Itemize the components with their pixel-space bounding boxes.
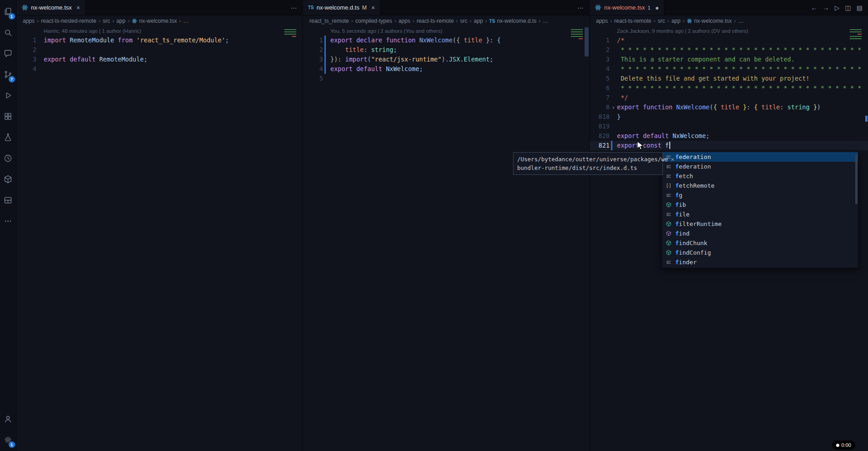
tab[interactable]: nx-welcome.tsx1● xyxy=(590,0,664,15)
code-line-4[interactable]: 4 xyxy=(16,64,303,74)
suggest-item-fib[interactable]: fib xyxy=(662,200,858,210)
breadcrumb[interactable]: apps›react-ts-remote›src›app›nx-welcome.… xyxy=(590,15,868,26)
activity-explorer[interactable]: 1 xyxy=(0,1,16,22)
close-icon[interactable]: × xyxy=(371,4,375,11)
breadcrumb[interactable]: apps›react-ts-nested-remote›src›app›nx-w… xyxy=(16,15,303,26)
breadcrumb-item[interactable]: src xyxy=(103,18,110,24)
code-editor[interactable]: Hanric, 48 minutes ago | 1 author (Hanri… xyxy=(16,26,303,451)
breadcrumb-item[interactable]: apps xyxy=(398,18,410,24)
activity-testing[interactable] xyxy=(0,127,16,148)
breadcrumb-item[interactable]: app xyxy=(671,18,680,24)
suggest-item-find[interactable]: find xyxy=(662,229,858,238)
activity-source-control[interactable]: 7 xyxy=(0,64,16,85)
scrollbar-thumb[interactable] xyxy=(585,27,589,56)
breadcrumb-item[interactable]: src xyxy=(460,18,467,24)
blame-annotation[interactable]: Zack Jackson, 9 months ago | 2 authors (… xyxy=(590,26,868,36)
blame-annotation[interactable]: Hanric, 48 minutes ago | 1 author (Hanri… xyxy=(16,26,303,36)
code-line-820[interactable]: 820export default NxWelcome; xyxy=(590,131,868,141)
breadcrumb-item[interactable]: … xyxy=(543,18,548,24)
code-line-819[interactable]: 819 xyxy=(590,122,868,131)
run-debug-icon xyxy=(3,91,13,100)
breadcrumb-item[interactable]: apps xyxy=(596,18,608,24)
activity-more-tools[interactable] xyxy=(0,210,16,231)
fold-spacer xyxy=(36,45,44,55)
code-line-818[interactable]: 818} xyxy=(590,112,868,122)
code-line-2[interactable]: 2 xyxy=(16,45,303,55)
go-forward-icon[interactable]: → xyxy=(823,4,829,11)
breadcrumb-item[interactable]: compiled-types xyxy=(355,18,392,24)
code-line-1[interactable]: 1export declare function NxWelcome({ tit… xyxy=(303,36,589,45)
suggest-item-finder[interactable]: finder xyxy=(662,257,858,267)
code-line-5[interactable]: 5 xyxy=(303,74,589,83)
fold-chevron-icon[interactable]: › xyxy=(610,102,617,112)
breadcrumb-item[interactable]: nx-welcome.tsx xyxy=(687,18,732,24)
suggest-item-fetch[interactable]: fetch xyxy=(662,171,858,181)
breadcrumb-item[interactable]: react_ts_remote xyxy=(309,18,349,24)
breadcrumb-item[interactable]: … xyxy=(738,18,744,24)
code-line-2[interactable]: 2 title: string; xyxy=(303,45,589,55)
breadcrumb-item[interactable]: app xyxy=(116,18,125,24)
more-actions-icon[interactable]: ⋯ xyxy=(577,4,584,11)
dirty-indicator-icon[interactable]: ● xyxy=(655,4,659,11)
suggest-item-findConfig[interactable]: findConfig xyxy=(662,248,858,257)
tab-label: nx-welcome.d.ts xyxy=(317,4,360,11)
breadcrumb-item[interactable]: apps xyxy=(23,18,35,24)
tab[interactable]: TSnx-welcome.d.tsM× xyxy=(303,0,380,15)
code-line-7[interactable]: 7 */ xyxy=(590,93,868,102)
code-line-821[interactable]: 821export const f xyxy=(590,141,868,150)
code-line-8[interactable]: 8›export function NxWelcome({ title }: {… xyxy=(590,102,868,112)
code-line-1[interactable]: 1import RemoteModule from 'react_ts_remo… xyxy=(16,36,303,45)
activity-account[interactable] xyxy=(0,408,16,429)
customize-layout-icon[interactable]: ▤ xyxy=(857,4,863,11)
blame-annotation[interactable]: You, 5 seconds ago | 2 authors (You and … xyxy=(303,26,589,36)
split-editor-icon[interactable]: ◫ xyxy=(845,4,851,11)
breadcrumb-item[interactable]: react-ts-remote xyxy=(614,18,651,24)
minimap[interactable] xyxy=(567,29,583,41)
activity-search[interactable] xyxy=(0,22,16,43)
activity-settings[interactable]: 1 xyxy=(0,429,16,450)
code-line-3[interactable]: 3}): import("react/jsx-runtime").JSX.Ele… xyxy=(303,55,589,64)
tab[interactable]: nx-welcome.tsx× xyxy=(16,0,86,15)
breadcrumb-item[interactable]: react-ts-remote xyxy=(416,18,453,24)
activity-extensions[interactable] xyxy=(0,106,16,127)
code-line-2[interactable]: 2 * * * * * * * * * * * * * * * * * * * … xyxy=(590,45,868,55)
editor-actions: ⋯ xyxy=(572,0,589,15)
more-actions-icon[interactable]: ⋯ xyxy=(291,4,297,11)
activity-chat[interactable] xyxy=(0,43,16,64)
activity-run-debug[interactable] xyxy=(0,85,16,106)
code-line-4[interactable]: 4 * * * * * * * * * * * * * * * * * * * … xyxy=(590,64,868,74)
activity-timeline[interactable] xyxy=(0,148,16,169)
suggest-item-fg[interactable]: fg xyxy=(662,190,858,200)
close-icon[interactable]: × xyxy=(77,4,80,11)
suggest-item-findChunk[interactable]: findChunk xyxy=(662,238,858,248)
suggest-item-file[interactable]: file xyxy=(662,210,858,219)
minimap[interactable] xyxy=(281,29,296,38)
suggest-item-federation[interactable]: federation xyxy=(662,162,858,171)
line-number: 4 xyxy=(590,64,610,74)
suggest-item-fetchRemote[interactable]: fetchRemote xyxy=(662,181,858,190)
code-line-6[interactable]: 6 * * * * * * * * * * * * * * * * * * * … xyxy=(590,83,868,93)
suggest-item-filterRuntime[interactable]: filterRuntime xyxy=(662,219,858,229)
breadcrumb-item[interactable]: … xyxy=(183,18,189,24)
code-line-5[interactable]: 5 Delete this file and get started with … xyxy=(590,74,868,83)
code-line-4[interactable]: 4export default NxWelcome; xyxy=(303,64,589,74)
close-icon[interactable]: × xyxy=(671,155,674,164)
code-line-3[interactable]: 3 This is a starter component and can be… xyxy=(590,55,868,64)
line-number: 820 xyxy=(590,131,610,141)
go-back-icon[interactable]: ← xyxy=(811,4,817,11)
breadcrumb-item[interactable]: react-ts-nested-remote xyxy=(41,18,96,24)
line-number: 2 xyxy=(16,45,36,55)
breadcrumb-item[interactable]: app xyxy=(474,18,483,24)
code-editor[interactable]: You, 5 seconds ago | 2 authors (You and … xyxy=(303,26,589,451)
run-icon[interactable]: ▷ xyxy=(835,4,840,11)
minimap[interactable] xyxy=(846,29,862,41)
code-line-3[interactable]: 3export default RemoteModule; xyxy=(16,55,303,64)
activity-panels[interactable] xyxy=(0,190,16,210)
breadcrumb[interactable]: react_ts_remote›compiled-types›apps›reac… xyxy=(303,15,589,26)
suggest-item-federation[interactable]: federation xyxy=(662,152,858,162)
breadcrumb-item[interactable]: TSnx-welcome.d.ts xyxy=(489,18,536,24)
activity-remote-explorer[interactable] xyxy=(0,169,16,190)
breadcrumb-item[interactable]: src xyxy=(657,18,665,24)
code-line-1[interactable]: 1/* xyxy=(590,36,868,45)
breadcrumb-item[interactable]: nx-welcome.tsx xyxy=(132,18,177,24)
